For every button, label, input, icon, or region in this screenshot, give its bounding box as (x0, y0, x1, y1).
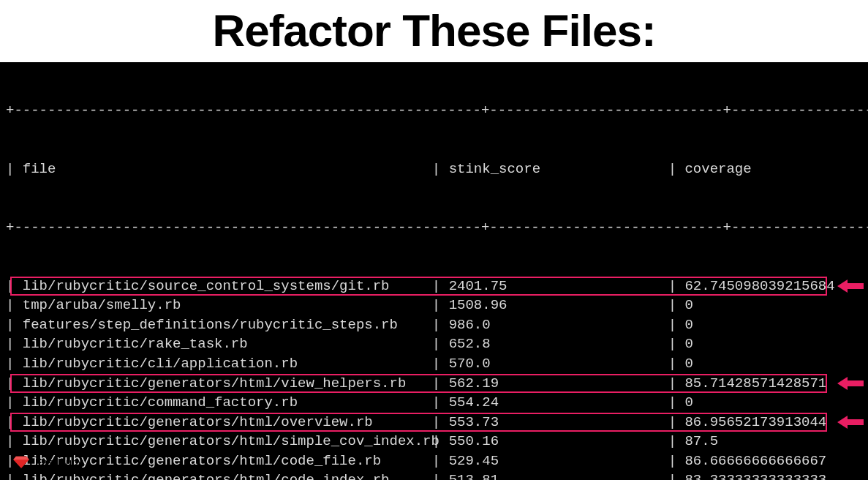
cell-file: lib/rubycritic/generators/html/code_file… (23, 451, 432, 471)
table-row: | features/step_definitions/rubycritic_s… (0, 315, 868, 335)
cell-coverage: 0 (684, 334, 692, 354)
cell-coverage: 86.95652173913044 (684, 413, 826, 432)
svg-marker-4 (13, 457, 29, 460)
table-row: | lib/rubycritic/command_factory.rb| 554… (0, 393, 868, 413)
cell-coverage: 0 (684, 315, 692, 335)
table-row: | lib/rubycritic/generators/html/code_fi… (0, 451, 868, 471)
cell-coverage: 62.745098039215684 (684, 277, 834, 296)
cell-coverage: 85.71428571428571 (684, 374, 826, 394)
page-title: Refactor These Files: (0, 0, 868, 62)
arrow-left-icon (837, 414, 864, 430)
cell-coverage: 0 (684, 354, 692, 374)
table-row: | lib/rubycritic/source_control_systems/… (0, 277, 868, 296)
table-row: | lib/rubycritic/generators/html/code_in… (0, 470, 868, 480)
table-row: | lib/rubycritic/rake_task.rb| 652.8| 0 (0, 334, 868, 354)
table-row: | lib/rubycritic/generators/html/view_he… (0, 374, 868, 394)
cell-file: lib/rubycritic/source_control_systems/gi… (23, 277, 432, 296)
cell-coverage: 87.5 (684, 432, 718, 451)
divider: +---------------------------------------… (0, 218, 868, 238)
terminal-output: +---------------------------------------… (0, 62, 868, 480)
cell-file: lib/rubycritic/command_factory.rb (23, 393, 432, 413)
cell-stink: 553.73 (449, 413, 668, 432)
table-row: | lib/rubycritic/generators/html/simple_… (0, 432, 868, 451)
cell-file: lib/rubycritic/rake_task.rb (23, 334, 432, 354)
cell-file: tmp/aruba/smelly.rb (23, 296, 432, 315)
cell-stink: 550.16 (449, 432, 668, 451)
cell-file: lib/rubycritic/generators/html/overview.… (23, 413, 432, 432)
column-stink: stink_score (449, 160, 668, 179)
cell-stink: 562.19 (449, 374, 668, 394)
cell-stink: 1508.96 (449, 296, 668, 315)
cell-stink: 986.0 (449, 315, 668, 335)
cell-coverage: 0 (684, 296, 692, 315)
table-row: | lib/rubycritic/generators/html/overvie… (0, 413, 868, 432)
cell-file: features/step_definitions/rubycritic_ste… (23, 315, 432, 335)
svg-marker-2 (837, 416, 864, 429)
footer-brand: FastRuby (13, 455, 83, 468)
table-row: | lib/rubycritic/cli/application.rb| 570… (0, 354, 868, 374)
column-coverage: coverage (684, 160, 751, 179)
cell-coverage: 0 (684, 393, 692, 413)
cell-coverage: 86.66666666666667 (684, 451, 826, 471)
divider: +---------------------------------------… (0, 101, 868, 121)
cell-coverage: 83.33333333333333 (684, 470, 826, 480)
cell-file: lib/rubycritic/generators/html/view_help… (23, 374, 432, 394)
table-header: | file| stink_score| coverage (0, 160, 868, 179)
brand-text: FastRuby (35, 456, 83, 468)
svg-marker-1 (837, 377, 864, 390)
cell-file: lib/rubycritic/generators/html/code_inde… (23, 470, 432, 480)
svg-marker-0 (837, 280, 864, 293)
cell-file: lib/rubycritic/cli/application.rb (23, 354, 432, 374)
table-row: | tmp/aruba/smelly.rb| 1508.96| 0 (0, 296, 868, 315)
cell-stink: 2401.75 (449, 277, 668, 296)
gem-icon (13, 455, 29, 468)
cell-stink: 513.81 (449, 470, 668, 480)
cell-stink: 529.45 (449, 451, 668, 471)
cell-stink: 652.8 (449, 334, 668, 354)
arrow-left-icon (837, 278, 864, 294)
column-file: file (23, 160, 432, 179)
cell-stink: 554.24 (449, 393, 668, 413)
cell-file: lib/rubycritic/generators/html/simple_co… (23, 432, 432, 451)
arrow-left-icon (837, 375, 864, 391)
cell-stink: 570.0 (449, 354, 668, 374)
